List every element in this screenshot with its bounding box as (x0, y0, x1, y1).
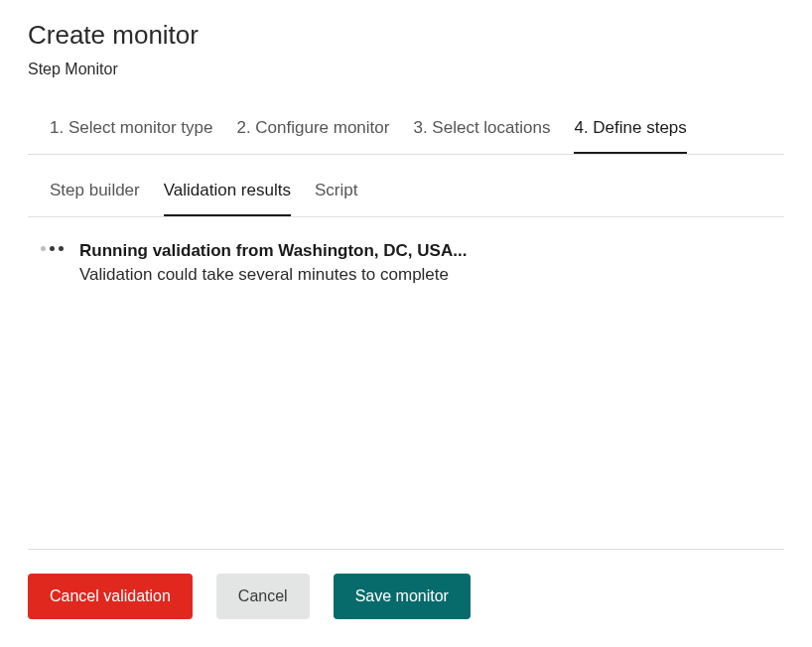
wizard-steps: 1. Select monitor type 2. Configure moni… (28, 118, 784, 155)
tab-validation-results[interactable]: Validation results (164, 181, 291, 216)
validation-text: Running validation from Washington, DC, … (79, 239, 467, 287)
tab-script[interactable]: Script (315, 181, 357, 216)
tab-step-builder[interactable]: Step builder (50, 181, 140, 216)
wizard-step-select-locations[interactable]: 3. Select locations (413, 118, 550, 154)
page-subtitle: Step Monitor (28, 61, 784, 78)
page-title: Create monitor (28, 20, 784, 51)
wizard-step-define-steps[interactable]: 4. Define steps (574, 118, 686, 154)
footer-buttons: Cancel validation Cancel Save monitor (28, 574, 784, 619)
footer-divider (28, 549, 784, 550)
cancel-button[interactable]: Cancel (216, 574, 310, 619)
validation-primary-text: Running validation from Washington, DC, … (79, 239, 467, 263)
save-monitor-button[interactable]: Save monitor (334, 574, 471, 619)
wizard-step-select-monitor-type[interactable]: 1. Select monitor type (50, 118, 212, 154)
validation-body: Running validation from Washington, DC, … (28, 239, 784, 549)
wizard-step-configure-monitor[interactable]: 2. Configure monitor (236, 118, 389, 154)
sub-tabs: Step builder Validation results Script (28, 181, 784, 217)
validation-secondary-text: Validation could take several minutes to… (79, 263, 467, 287)
loading-dots-icon (38, 246, 66, 251)
cancel-validation-button[interactable]: Cancel validation (28, 574, 193, 619)
